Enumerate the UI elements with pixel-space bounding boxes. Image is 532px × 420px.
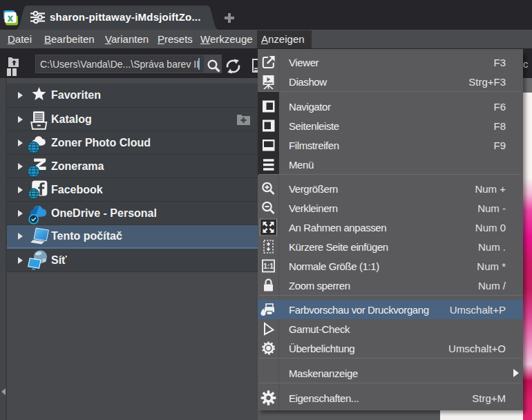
svg-text:1:1: 1:1 <box>263 262 274 270</box>
svg-text:x: x <box>8 12 13 23</box>
